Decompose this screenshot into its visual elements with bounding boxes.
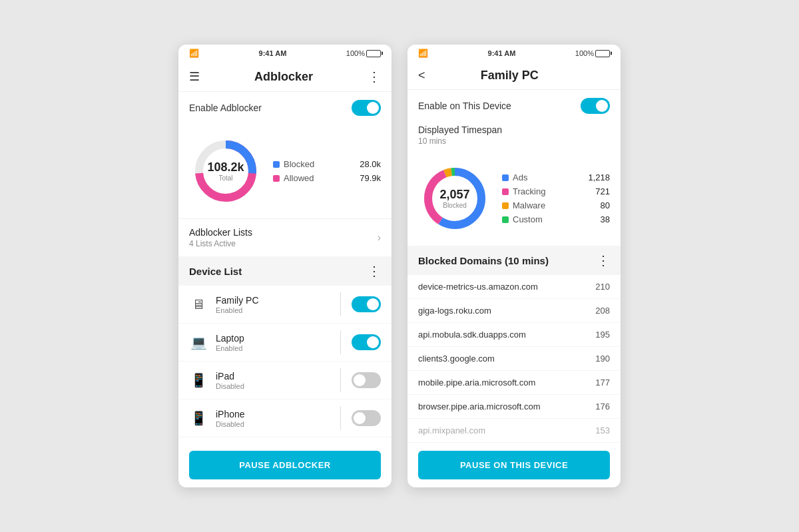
timespan-label: Displayed Timespan [418, 125, 610, 135]
device-status-laptop: Enabled [216, 344, 330, 352]
battery-icon-right [595, 50, 610, 57]
domain-count-5: 176 [595, 401, 610, 411]
battery-icon-left [366, 50, 381, 57]
legend-item-ads: Ads 1,218 [502, 172, 610, 182]
device-item-iphone: 📱 iPhone Disabled [178, 399, 392, 437]
legend-val-allowed: 79.9k [360, 173, 381, 183]
hamburger-icon[interactable]: ☰ [189, 69, 200, 84]
device-list-header: Device List ⋮ [178, 256, 392, 286]
pause-adblocker-button[interactable]: PAUSE ADBLOCKER [189, 451, 381, 479]
time-left: 9:41 AM [259, 49, 287, 57]
more-icon-device-list[interactable]: ⋮ [368, 263, 381, 279]
divider-laptop [340, 330, 341, 354]
device-item-laptop: 💻 Laptop Enabled [178, 324, 392, 362]
donut-value-right: 2,057 [439, 188, 469, 202]
toggle-family-pc[interactable] [352, 296, 381, 312]
device-item-ipad: 📱 iPad Disabled [178, 362, 392, 399]
domain-item-0: device-metrics-us.amazon.com 210 [407, 275, 621, 299]
battery-right: 100% [575, 49, 610, 57]
domain-name-0: device-metrics-us.amazon.com [418, 282, 538, 292]
toggle-laptop[interactable] [352, 334, 381, 350]
timespan-value: 10 mins [407, 135, 621, 151]
device-name-laptop: Laptop [216, 333, 330, 344]
legend-val-blocked: 28.0k [360, 159, 381, 169]
device-name-ipad: iPad [216, 371, 330, 382]
legend-item-tracking: Tracking 721 [502, 186, 610, 196]
phone-adblocker: 📶 9:41 AM 100% ☰ Adblocker ⋮ Enable Adbl… [178, 45, 392, 487]
legend-dot-tracking [502, 188, 509, 195]
toggle-ipad[interactable] [352, 372, 381, 388]
domain-item-1: giga-logs.roku.com 208 [407, 299, 621, 323]
legend-val-malware: 80 [601, 200, 610, 210]
domain-name-6: api.mixpanel.com [418, 425, 485, 435]
iphone-icon: 📱 [189, 410, 208, 426]
donut-center-left: 108.2k Total [207, 160, 244, 182]
domain-name-2: api.mobula.sdk.duapps.com [418, 330, 526, 340]
device-info-iphone: iPhone Disabled [216, 409, 330, 428]
battery-percent-right: 100% [575, 49, 594, 57]
donut-center-right: 2,057 Blocked [439, 188, 469, 209]
legend-dot-custom [502, 216, 509, 223]
device-status-family-pc: Enabled [216, 306, 330, 314]
app-title-left: Adblocker [254, 70, 313, 84]
legend-val-custom: 38 [601, 214, 610, 224]
back-icon[interactable]: < [418, 69, 425, 83]
legend-right: Ads 1,218 Tracking 721 Malware [502, 172, 610, 224]
device-info-laptop: Laptop Enabled [216, 333, 330, 352]
pause-device-button[interactable]: PAUSE ON THIS DEVICE [418, 451, 610, 479]
legend-name-blocked: Blocked [284, 159, 314, 169]
blocked-domains-header: Blocked Domains (10 mins) ⋮ [407, 246, 621, 275]
domain-count-2: 195 [595, 330, 610, 340]
adblocker-lists-title: Adblocker Lists [189, 227, 252, 238]
app-title-right: Family PC [481, 69, 539, 83]
chevron-right-icon: › [378, 232, 381, 244]
legend-val-ads: 1,218 [588, 172, 610, 182]
battery-percent-left: 100% [346, 49, 365, 57]
domain-name-1: giga-logs.roku.com [418, 306, 491, 316]
domain-item-4: mobile.pipe.aria.microsoft.com 177 [407, 371, 621, 395]
timespan-row: Displayed Timespan [407, 122, 621, 135]
enable-toggle-left[interactable] [352, 100, 381, 116]
domain-count-0: 210 [595, 282, 610, 292]
battery-left: 100% [346, 49, 381, 57]
device-info-ipad: iPad Disabled [216, 371, 330, 390]
enable-toggle-right[interactable] [581, 98, 610, 114]
domain-name-5: browser.pipe.aria.microsoft.com [418, 401, 541, 411]
legend-dot-malware [502, 202, 509, 209]
phone-family-pc: 📶 9:41 AM 100% < Family PC Enable on Thi… [407, 45, 621, 487]
wifi-icon-right: 📶 [418, 49, 428, 58]
device-item-family-pc: 🖥 Family PC Enabled [178, 286, 392, 324]
toggle-iphone[interactable] [352, 410, 381, 426]
time-right: 9:41 AM [488, 49, 516, 57]
more-icon-domains[interactable]: ⋮ [597, 252, 610, 268]
legend-name-tracking: Tracking [513, 186, 545, 196]
domain-name-4: mobile.pipe.aria.microsoft.com [418, 378, 535, 388]
divider-iphone [340, 406, 341, 430]
domain-count-1: 208 [595, 306, 610, 316]
chart-section-left: 108.2k Total Blocked 28.0k Allowed [178, 124, 392, 218]
legend-item-allowed: Allowed 79.9k [273, 173, 381, 183]
legend-item-malware: Malware 80 [502, 200, 610, 210]
domain-item-5: browser.pipe.aria.microsoft.com 176 [407, 395, 621, 419]
domain-item-2: api.mobula.sdk.duapps.com 195 [407, 323, 621, 347]
legend-item-blocked: Blocked 28.0k [273, 159, 381, 169]
phones-container: 📶 9:41 AM 100% ☰ Adblocker ⋮ Enable Adbl… [165, 31, 634, 501]
enable-toggle-label-left: Enable Adblocker [189, 103, 262, 113]
more-icon-left[interactable]: ⋮ [368, 69, 381, 85]
enable-toggle-row-right: Enable on This Device [407, 90, 621, 122]
legend-name-malware: Malware [513, 200, 545, 210]
donut-label-left: Total [207, 174, 244, 182]
domain-count-3: 190 [595, 354, 610, 364]
legend-name-allowed: Allowed [284, 173, 314, 183]
enable-toggle-label-right: Enable on This Device [418, 101, 511, 111]
status-bar-left: 📶 9:41 AM 100% [178, 45, 392, 62]
wifi-icon: 📶 [189, 49, 199, 58]
donut-chart-right: 2,057 Blocked [418, 162, 491, 235]
adblocker-lists-row[interactable]: Adblocker Lists 4 Lists Active › [178, 218, 392, 256]
divider-family-pc [340, 292, 341, 316]
device-info-family-pc: Family PC Enabled [216, 295, 330, 314]
legend-left: Blocked 28.0k Allowed 79.9k [273, 159, 381, 183]
domain-count-6: 153 [595, 425, 610, 435]
legend-name-ads: Ads [513, 172, 527, 182]
domain-count-4: 177 [595, 378, 610, 388]
